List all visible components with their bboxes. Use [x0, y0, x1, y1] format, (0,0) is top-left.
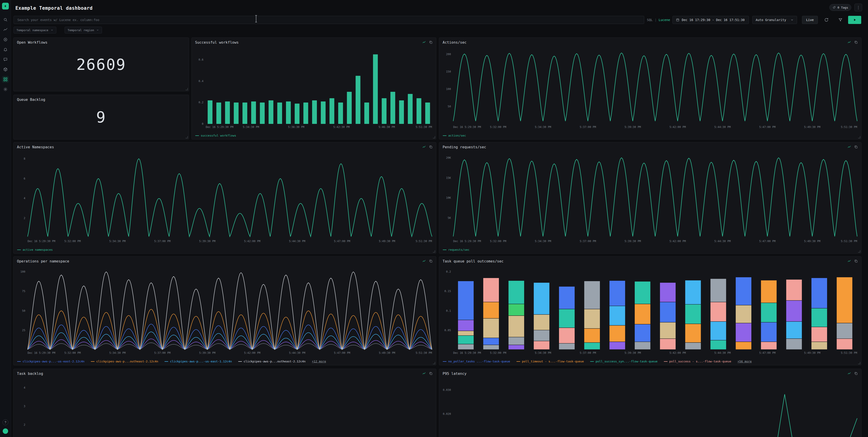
- search-input[interactable]: [13, 16, 644, 24]
- help-icon[interactable]: ?: [2, 419, 8, 425]
- panel-successful-workflows: Successful workflows 0.60.40.20Dec 16 5:…: [191, 37, 436, 139]
- live-button[interactable]: Live: [802, 16, 818, 24]
- svg-text:50: 50: [448, 105, 451, 108]
- legend-more[interactable]: +56 more: [738, 360, 752, 363]
- svg-text:5:42:00 PM: 5:42:00 PM: [670, 125, 686, 129]
- duplicate-chart-icon[interactable]: [429, 40, 433, 44]
- svg-text:Dec 16 5:29:30 PM: Dec 16 5:29:30 PM: [453, 351, 481, 354]
- poll-outcomes-chart[interactable]: 0.20.150.10.05Dec 16 5:29:30 PM5:32:00 P…: [440, 266, 859, 355]
- sessions-icon[interactable]: [2, 36, 9, 43]
- edit-chart-icon[interactable]: [422, 145, 426, 149]
- edit-chart-icon[interactable]: [847, 259, 851, 263]
- dashboards-icon[interactable]: [2, 76, 9, 83]
- svg-text:5:49:30 PM: 5:49:30 PM: [379, 351, 395, 354]
- svg-text:5:51:30 PM: 5:51:30 PM: [841, 125, 857, 129]
- legend-item[interactable]: clickpipes-aws-p...outheast-2.12c4n: [91, 360, 158, 363]
- granularity-label: Auto Granularity: [756, 18, 786, 22]
- messages-icon[interactable]: [2, 56, 9, 63]
- legend-item[interactable]: requests/sec: [443, 248, 469, 251]
- svg-text:5:42:30 PM: 5:42:30 PM: [333, 125, 349, 129]
- pending_requests-svg: 20K15K10K5KDec 16 5:29:30 PM5:32:00 PM5:…: [440, 152, 859, 244]
- sql-toggle[interactable]: SQL: [647, 18, 653, 22]
- legend-item[interactable]: successful workflows: [195, 134, 236, 137]
- edit-chart-icon[interactable]: [847, 40, 851, 44]
- legend-item[interactable]: clickpipes-aws-p...outheast-2.12c4n: [238, 360, 306, 363]
- svg-text:5:44:30 PM: 5:44:30 PM: [714, 351, 731, 354]
- successful-workflows-chart[interactable]: 0.60.40.20Dec 16 5:29:30 PM5:34:30 PM5:3…: [193, 47, 434, 129]
- resize-handle[interactable]: [433, 250, 435, 252]
- duplicate-chart-icon[interactable]: [429, 371, 433, 375]
- duplicate-chart-icon[interactable]: [854, 259, 858, 263]
- services-icon[interactable]: [2, 66, 9, 73]
- refresh-icon[interactable]: [823, 16, 830, 24]
- panel-task-backlog: Task backlog 4321Dec 16 5:29:30 PM5:32:0…: [13, 369, 436, 437]
- svg-text:Dec 16 5:29:30 PM: Dec 16 5:29:30 PM: [28, 240, 55, 243]
- edit-chart-icon[interactable]: [847, 371, 851, 375]
- chevron-down-icon: [96, 29, 99, 31]
- resize-handle[interactable]: [433, 136, 435, 138]
- panel-queue-backlog: Queue Backlog 9: [13, 95, 189, 139]
- edit-chart-icon[interactable]: [422, 40, 426, 44]
- granularity-select[interactable]: Auto Granularity: [752, 16, 797, 24]
- panel-title: P95 latency: [442, 371, 467, 376]
- time-range-picker[interactable]: Dec 16 17:29:30 - Dec 16 17:51:30: [673, 16, 749, 24]
- edit-chart-icon[interactable]: [422, 371, 426, 375]
- filter-temporal-region[interactable]: Temporal region: [65, 27, 102, 33]
- duplicate-chart-icon[interactable]: [429, 145, 433, 149]
- svg-text:200: 200: [446, 53, 451, 56]
- duplicate-chart-icon[interactable]: [854, 371, 858, 375]
- resize-handle[interactable]: [858, 250, 860, 252]
- actions-svg: 20015010050Dec 16 5:29:30 PM5:32:00 PM5:…: [440, 47, 859, 129]
- legend-item[interactable]: poll_timeout - s...-flow-task-queue: [517, 360, 584, 363]
- filter-temporal-namespace[interactable]: Temporal namespace: [13, 27, 56, 33]
- svg-text:5:32:00 PM: 5:32:00 PM: [490, 351, 506, 354]
- legend-more[interactable]: +12 more: [312, 360, 326, 363]
- active-namespaces-chart[interactable]: 8642Dec 16 5:29:30 PM5:32:00 PM5:34:30 P…: [15, 152, 434, 244]
- legend-item[interactable]: action/sec: [443, 134, 466, 137]
- svg-text:5:49:30 PM: 5:49:30 PM: [804, 240, 820, 243]
- legend-item[interactable]: poll_success_syn...-flow-task-queue: [590, 360, 657, 363]
- chart-legend: requests/sec: [443, 248, 859, 251]
- legend-item[interactable]: clickpipes-aws-p...-us-east-1.12c4n: [164, 360, 232, 363]
- operations-chart[interactable]: 100755025Dec 16 5:29:30 PM5:32:00 PM5:34…: [15, 266, 434, 355]
- actions-chart[interactable]: 20015010050Dec 16 5:29:30 PM5:32:00 PM5:…: [440, 47, 859, 129]
- svg-text:15K: 15K: [446, 176, 451, 180]
- resize-handle[interactable]: [858, 136, 860, 138]
- tags-badge[interactable]: 0 Tags: [829, 4, 851, 11]
- edit-chart-icon[interactable]: [422, 259, 426, 263]
- svg-text:0.2: 0.2: [446, 270, 451, 273]
- legend-item[interactable]: active namespaces: [17, 248, 53, 251]
- search-icon[interactable]: [2, 16, 9, 23]
- svg-text:5:46:30 PM: 5:46:30 PM: [379, 125, 395, 129]
- user-avatar[interactable]: [3, 429, 8, 434]
- settings-icon[interactable]: [2, 86, 9, 93]
- kebab-menu-button[interactable]: ⋮: [855, 4, 862, 11]
- svg-text:5:34:30 PM: 5:34:30 PM: [535, 240, 551, 243]
- resize-handle[interactable]: [433, 362, 435, 364]
- duplicate-chart-icon[interactable]: [429, 259, 433, 263]
- svg-text:5:32:00 PM: 5:32:00 PM: [64, 351, 81, 354]
- run-query-button[interactable]: [848, 16, 861, 24]
- chart-explorer-icon[interactable]: [2, 26, 9, 33]
- svg-text:5:42:00 PM: 5:42:00 PM: [244, 240, 260, 243]
- task-backlog-chart[interactable]: 4321Dec 16 5:29:30 PM5:32:00 PM5:34:30 P…: [15, 378, 434, 437]
- svg-text:100: 100: [20, 270, 25, 273]
- legend-item[interactable]: poll_success - s...-flow-task-queue: [664, 360, 731, 363]
- duplicate-chart-icon[interactable]: [854, 145, 858, 149]
- chevron-down-icon: [790, 18, 794, 22]
- app-logo[interactable]: [2, 3, 9, 9]
- p95-latency-chart[interactable]: 0.0300.0200.010Dec 16 5:29:30 PM5:32:00 …: [440, 378, 859, 437]
- lucene-toggle[interactable]: Lucene: [659, 18, 670, 22]
- resize-handle[interactable]: [186, 136, 188, 138]
- edit-chart-icon[interactable]: [847, 145, 851, 149]
- alerts-icon[interactable]: [2, 46, 9, 53]
- svg-text:5:38:30 PM: 5:38:30 PM: [288, 125, 304, 129]
- legend-item[interactable]: clickpipes-aws-p...-us-east-2.12c4n: [17, 360, 85, 363]
- filter-icon[interactable]: [837, 16, 844, 24]
- pending-requests-chart[interactable]: 20K15K10K5KDec 16 5:29:30 PM5:32:00 PM5:…: [440, 152, 859, 244]
- svg-text:5:51:30 PM: 5:51:30 PM: [841, 351, 857, 354]
- duplicate-chart-icon[interactable]: [854, 40, 858, 44]
- resize-handle[interactable]: [858, 362, 860, 364]
- resize-handle[interactable]: [186, 88, 188, 90]
- legend-item[interactable]: no_poller_tasks ...-flow-task-queue: [443, 360, 510, 363]
